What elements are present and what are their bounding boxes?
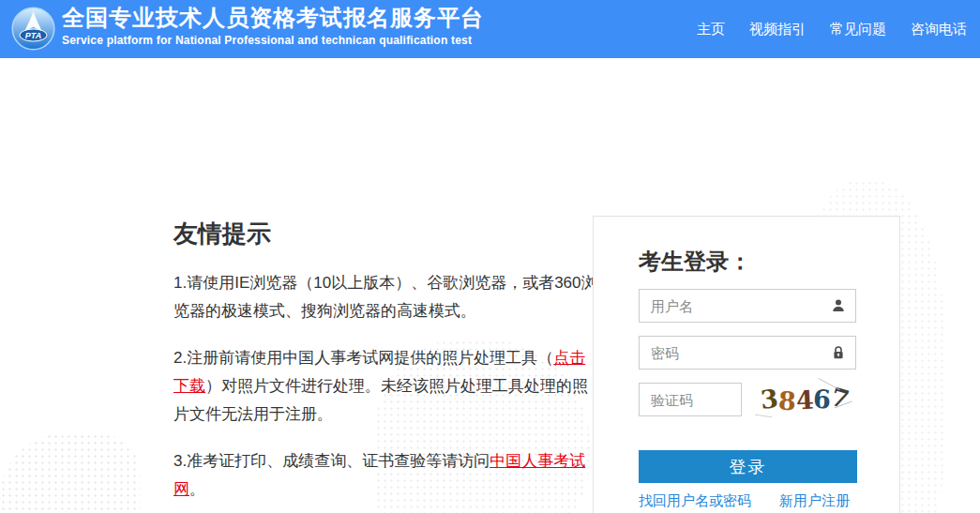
password-row bbox=[639, 336, 856, 370]
brand-block: 全国专业技术人员资格考试报名服务平台 Service platform for … bbox=[62, 5, 484, 47]
tip-photo-tool: 2.注册前请使用中国人事考试网提供的照片处理工具（点击下载）对照片文件进行处理。… bbox=[173, 344, 597, 429]
site-subtitle: Service platform for National Profession… bbox=[62, 34, 484, 47]
main-area: 友情提示 1.请使用IE浏览器（10以上版本）、谷歌浏览器，或者360浏览器的极… bbox=[0, 58, 980, 513]
nav-hotline[interactable]: 咨询电话 bbox=[911, 21, 967, 38]
page-header: PTA 全国专业技术人员资格考试报名服务平台 Service platform … bbox=[0, 0, 980, 58]
tip-1-text: 1.请使用IE浏览器（10以上版本）、谷歌浏览器，或者360浏览器的极速模式、搜… bbox=[173, 274, 597, 320]
world-map-pattern bbox=[0, 433, 141, 513]
tip-cpta-site: 3.准考证打印、成绩查询、证书查验等请访问中国人事考试网。 bbox=[173, 447, 597, 504]
new-user-register-link[interactable]: 新用户注册 bbox=[779, 492, 850, 510]
captcha-digit: 3 bbox=[759, 384, 779, 415]
captcha-digit: 4 bbox=[795, 385, 814, 415]
tip-3-text: 。 bbox=[189, 480, 205, 498]
forgot-credentials-link[interactable]: 找回用户名或密码 bbox=[639, 492, 751, 510]
tip-3-text: 3.准考证打印、成绩查询、证书查验等请访问 bbox=[173, 452, 490, 470]
username-row bbox=[639, 289, 856, 323]
captcha-noise bbox=[755, 415, 772, 417]
top-nav: 主页 视频指引 常见问题 咨询电话 bbox=[697, 0, 967, 58]
captcha-input[interactable] bbox=[639, 383, 742, 416]
password-input[interactable] bbox=[639, 336, 856, 370]
tip-2-text: 2.注册前请使用中国人事考试网提供的照片处理工具（ bbox=[173, 349, 553, 367]
login-button[interactable]: 登录 bbox=[639, 450, 857, 483]
site-title: 全国专业技术人员资格考试报名服务平台 bbox=[62, 5, 484, 31]
username-input[interactable] bbox=[639, 289, 856, 323]
login-panel: 考生登录： bbox=[593, 216, 900, 513]
nav-home[interactable]: 主页 bbox=[697, 21, 725, 38]
tip-2-text: ）对照片文件进行处理。未经该照片处理工具处理的照片文件无法用于注册。 bbox=[173, 377, 588, 423]
nav-faq[interactable]: 常见问题 bbox=[830, 21, 886, 38]
friendly-tips: 友情提示 1.请使用IE浏览器（10以上版本）、谷歌浏览器，或者360浏览器的极… bbox=[173, 218, 597, 513]
captcha-digit: 8 bbox=[777, 385, 796, 415]
tips-heading: 友情提示 bbox=[173, 218, 597, 250]
svg-text:PTA: PTA bbox=[25, 31, 41, 40]
nav-video-guide[interactable]: 视频指引 bbox=[749, 21, 806, 38]
captcha-image[interactable]: 3 8 4 6 7 bbox=[751, 376, 858, 421]
login-heading: 考生登录： bbox=[639, 247, 751, 277]
pta-logo-icon: PTA bbox=[11, 7, 55, 51]
tip-browser: 1.请使用IE浏览器（10以上版本）、谷歌浏览器，或者360浏览器的极速模式、搜… bbox=[173, 269, 597, 325]
